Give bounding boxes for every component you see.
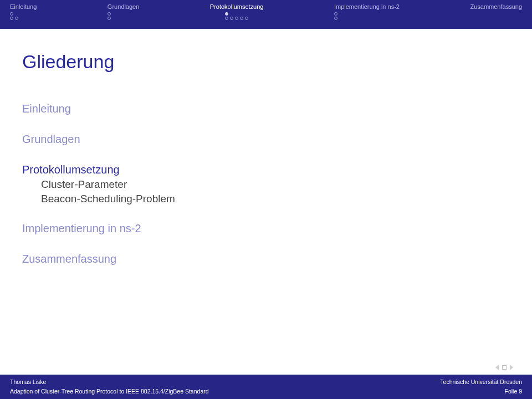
progress-dots xyxy=(10,12,18,20)
nav-label: Zusammenfassung xyxy=(470,3,522,10)
top-nav: Einleitung Grundlagen Protokollumsetzung… xyxy=(0,0,532,29)
header-separator xyxy=(0,29,532,35)
nav-item-grundlagen[interactable]: Grundlagen xyxy=(108,3,140,20)
footer-author: Thomas Liske xyxy=(10,377,46,387)
footer-page-number: Folie 9 xyxy=(504,387,522,396)
toc-cluster-parameter[interactable]: Cluster-Parameter xyxy=(22,177,510,192)
prev-slide-icon[interactable] xyxy=(495,365,499,370)
nav-item-zusammenfassung[interactable]: Zusammenfassung xyxy=(470,3,522,10)
nav-label: Grundlagen xyxy=(108,3,140,10)
slide-rect-icon[interactable] xyxy=(502,365,507,370)
slide-title: Gliederung xyxy=(22,51,510,73)
next-slide-icon[interactable] xyxy=(510,365,513,370)
nav-item-protokollumsetzung[interactable]: Protokollumsetzung xyxy=(210,3,264,20)
nav-label: Implementierung in ns-2 xyxy=(334,3,400,10)
nav-label: Einleitung xyxy=(10,3,37,10)
slide-body: Gliederung Einleitung Grundlagen Protoko… xyxy=(0,35,532,375)
toc-zusammenfassung[interactable]: Zusammenfassung xyxy=(22,253,116,265)
nav-item-implementierung[interactable]: Implementierung in ns-2 xyxy=(334,3,400,20)
progress-dots xyxy=(108,12,111,20)
progress-dots xyxy=(225,12,248,20)
toc-einleitung[interactable]: Einleitung xyxy=(22,103,71,115)
table-of-contents: Einleitung Grundlagen Protokollumsetzung… xyxy=(22,101,510,267)
nav-item-einleitung[interactable]: Einleitung xyxy=(10,3,37,20)
footer-affiliation: Technische Universität Dresden xyxy=(440,377,522,387)
toc-implementierung[interactable]: Implementierung in ns-2 xyxy=(22,222,141,234)
toc-protokollumsetzung[interactable]: Protokollumsetzung xyxy=(22,163,120,176)
slide-nav-controls xyxy=(495,365,513,370)
footer-talk-title: Adaption of Cluster-Tree Routing Protoco… xyxy=(10,387,209,396)
toc-beacon-scheduling[interactable]: Beacon-Scheduling-Problem xyxy=(22,192,510,206)
nav-label: Protokollumsetzung xyxy=(210,3,264,10)
progress-dots xyxy=(334,12,337,20)
toc-grundlagen[interactable]: Grundlagen xyxy=(22,133,80,145)
footer: Thomas Liske Technische Universität Dres… xyxy=(0,375,532,399)
